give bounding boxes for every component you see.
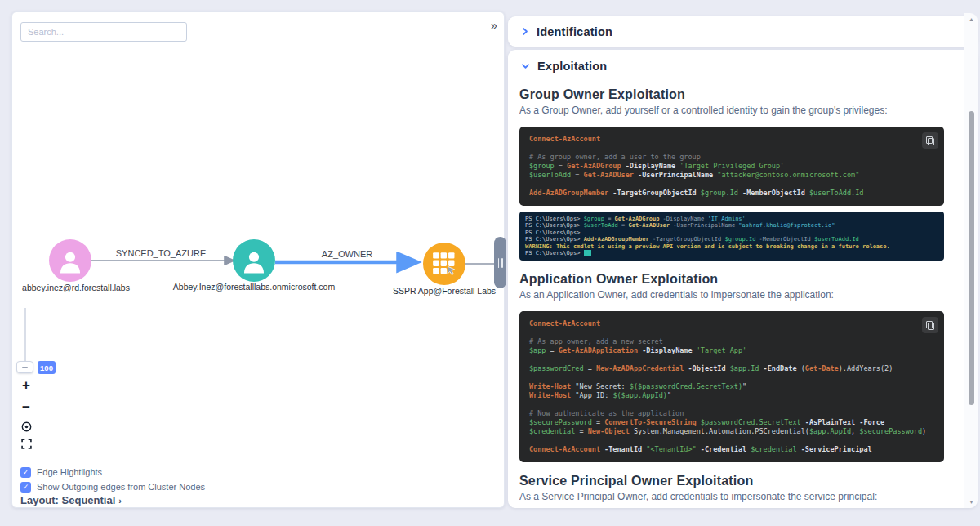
article-heading-service-principal-owner: Service Principal Owner Exploitation <box>519 474 944 488</box>
article-description: As a Group Owner, add yourself or a cont… <box>519 105 944 116</box>
slider-grip <box>22 367 28 368</box>
checkbox-checked-icon[interactable]: ✓ <box>20 482 31 493</box>
option-label: Show Outgoing edges from Cluster Nodes <box>37 482 205 492</box>
node-azure-user[interactable] <box>233 239 275 282</box>
search-input[interactable] <box>20 22 187 42</box>
article-heading-group-owner: Group Owner Exploitation <box>519 87 944 102</box>
scroll-up-arrow[interactable]: ▲ <box>964 16 978 22</box>
zoom-level-badge: 100 <box>38 361 56 374</box>
fullscreen-button[interactable] <box>19 436 33 451</box>
section-title: Exploitation <box>537 60 607 73</box>
zoom-slider-track[interactable] <box>24 308 26 363</box>
exploitation-content: Group Owner Exploitation As a Group Owne… <box>508 87 977 508</box>
copy-code-button[interactable] <box>922 132 938 149</box>
center-view-button[interactable] <box>19 419 33 434</box>
edge-label-synced-to-azure[interactable]: SYNCED_TO_AZURE <box>96 248 226 258</box>
article-description: As an Application Owner, add credentials… <box>519 289 944 301</box>
option-label: Edge Hightlights <box>37 467 102 477</box>
layout-label: Layout: Sequential <box>20 494 115 506</box>
section-exploitation: Exploitation Group Owner Exploitation As… <box>508 50 977 508</box>
copy-icon <box>926 136 934 145</box>
zoom-out-button[interactable]: − <box>19 400 33 415</box>
cursor-icon <box>448 266 455 274</box>
edge-label-az-owner[interactable]: AZ_OWNER <box>298 249 396 259</box>
scroll-down-arrow[interactable]: ▼ <box>964 499 978 505</box>
section-identification[interactable]: Identification <box>508 16 977 47</box>
section-title: Identification <box>537 25 612 38</box>
section-exploitation-header[interactable]: Exploitation <box>508 50 977 76</box>
chevron-down-icon <box>521 62 530 70</box>
code-block-group-owner: Connect-AzAccount # As group owner, add … <box>519 127 944 206</box>
chevron-right-icon: › <box>118 496 122 506</box>
node-sspr-app[interactable] <box>423 243 466 285</box>
node-label-onprem-user: abbey.inez@rd.forestall.labs <box>7 283 145 292</box>
article-heading-application-owner: Application Owner Exploitation <box>519 272 944 287</box>
user-icon <box>56 247 84 274</box>
copy-icon <box>926 321 934 330</box>
checkbox-checked-icon[interactable]: ✓ <box>20 467 31 478</box>
right-panel-scrollbar: ▲ ▼ <box>964 13 978 508</box>
copy-code-button[interactable] <box>922 317 938 333</box>
node-label-azure-user: Abbey.Inez@forestalllabs.onmicrosoft.com <box>152 282 356 292</box>
zoom-slider-handle[interactable] <box>16 361 33 373</box>
zoom-in-button[interactable]: + <box>19 378 33 393</box>
article-description: As a Service Principal Owner, add creden… <box>519 491 944 502</box>
terminal-output-group-owner: PS C:\Users\Ops> $group = Get-AzADGroup … <box>519 212 944 261</box>
node-onprem-user[interactable] <box>49 239 91 282</box>
fullscreen-icon <box>21 439 32 449</box>
target-icon <box>21 421 32 432</box>
scrollbar-thumb[interactable] <box>969 111 974 405</box>
user-icon <box>240 247 268 274</box>
graph-panel[interactable]: » SYNCED_TO_AZURE AZ_OWNER abbey.inez@rd… <box>11 11 505 508</box>
code-block-application-owner: Connect-AzAccount # As app owner, add a … <box>519 311 944 462</box>
collapse-panel-button[interactable]: » <box>484 16 504 35</box>
panel-resize-handle[interactable] <box>494 237 506 288</box>
app-grid-icon <box>432 252 457 276</box>
option-edge-highlights[interactable]: ✓ Edge Hightlights <box>20 466 102 478</box>
option-show-outgoing-edges[interactable]: ✓ Show Outgoing edges from Cluster Nodes <box>20 481 205 493</box>
layout-selector[interactable]: Layout: Sequential › <box>20 494 122 506</box>
chevron-right-icon <box>521 27 529 36</box>
